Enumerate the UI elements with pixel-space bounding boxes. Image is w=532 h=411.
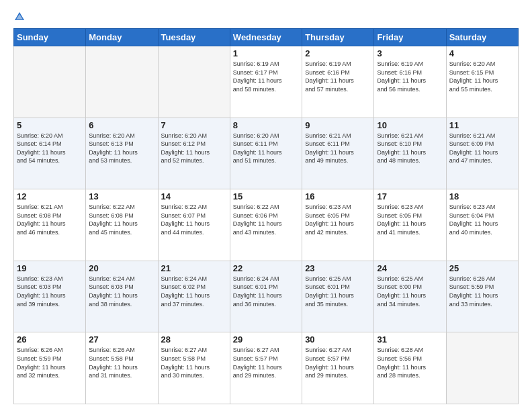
calendar-cell: 13Sunrise: 6:22 AMSunset: 6:08 PMDayligh…: [86, 189, 158, 261]
weekday-header-row: SundayMondayTuesdayWednesdayThursdayFrid…: [14, 29, 519, 46]
calendar-cell: 12Sunrise: 6:21 AMSunset: 6:08 PMDayligh…: [14, 189, 86, 261]
calendar-cell: [158, 46, 230, 118]
day-number: 5: [17, 120, 83, 130]
day-info: Sunrise: 6:22 AMSunset: 6:07 PMDaylight:…: [161, 203, 227, 236]
calendar-cell: 4Sunrise: 6:20 AMSunset: 6:15 PMDaylight…: [446, 46, 518, 118]
day-info: Sunrise: 6:25 AMSunset: 6:01 PMDaylight:…: [305, 275, 371, 308]
calendar-week-row: 1Sunrise: 6:19 AMSunset: 6:17 PMDaylight…: [14, 46, 519, 118]
day-number: 29: [233, 334, 299, 345]
day-info: Sunrise: 6:28 AMSunset: 5:56 PMDaylight:…: [377, 346, 443, 379]
calendar-week-row: 5Sunrise: 6:20 AMSunset: 6:14 PMDaylight…: [14, 118, 519, 189]
day-number: 1: [233, 48, 299, 58]
calendar-cell: 11Sunrise: 6:21 AMSunset: 6:09 PMDayligh…: [446, 118, 518, 189]
weekday-header-thursday: Thursday: [302, 29, 374, 46]
calendar-cell: 6Sunrise: 6:20 AMSunset: 6:13 PMDaylight…: [86, 118, 158, 189]
day-number: 3: [377, 48, 443, 58]
day-number: 14: [161, 191, 227, 201]
day-info: Sunrise: 6:27 AMSunset: 5:57 PMDaylight:…: [305, 346, 371, 379]
day-info: Sunrise: 6:24 AMSunset: 6:03 PMDaylight:…: [89, 275, 154, 308]
calendar-cell: 1Sunrise: 6:19 AMSunset: 6:17 PMDaylight…: [230, 46, 302, 118]
day-info: Sunrise: 6:19 AMSunset: 6:16 PMDaylight:…: [305, 60, 371, 93]
calendar-cell: 3Sunrise: 6:19 AMSunset: 6:16 PMDaylight…: [374, 46, 446, 118]
day-number: 7: [161, 120, 227, 130]
day-number: 8: [233, 120, 299, 130]
logo-icon: [13, 11, 26, 23]
header: [13, 11, 519, 23]
day-info: Sunrise: 6:20 AMSunset: 6:11 PMDaylight:…: [233, 132, 299, 165]
day-number: 4: [449, 48, 515, 58]
weekday-header-wednesday: Wednesday: [230, 29, 302, 46]
calendar-cell: 21Sunrise: 6:24 AMSunset: 6:02 PMDayligh…: [158, 261, 230, 332]
calendar-cell: 16Sunrise: 6:23 AMSunset: 6:05 PMDayligh…: [302, 189, 374, 261]
day-number: 20: [89, 263, 154, 273]
day-info: Sunrise: 6:20 AMSunset: 6:14 PMDaylight:…: [17, 132, 83, 165]
calendar-cell: 31Sunrise: 6:28 AMSunset: 5:56 PMDayligh…: [374, 332, 446, 404]
calendar-cell: 9Sunrise: 6:21 AMSunset: 6:11 PMDaylight…: [302, 118, 374, 189]
day-info: Sunrise: 6:20 AMSunset: 6:13 PMDaylight:…: [89, 132, 154, 165]
day-info: Sunrise: 6:19 AMSunset: 6:16 PMDaylight:…: [377, 60, 443, 93]
weekday-header-monday: Monday: [86, 29, 158, 46]
calendar-week-row: 26Sunrise: 6:26 AMSunset: 5:59 PMDayligh…: [14, 332, 519, 404]
calendar-cell: 22Sunrise: 6:24 AMSunset: 6:01 PMDayligh…: [230, 261, 302, 332]
day-info: Sunrise: 6:23 AMSunset: 6:05 PMDaylight:…: [377, 203, 443, 236]
day-info: Sunrise: 6:23 AMSunset: 6:04 PMDaylight:…: [449, 203, 515, 236]
day-info: Sunrise: 6:21 AMSunset: 6:10 PMDaylight:…: [377, 132, 443, 165]
day-info: Sunrise: 6:21 AMSunset: 6:11 PMDaylight:…: [305, 132, 371, 165]
day-number: 23: [305, 263, 371, 273]
weekday-header-tuesday: Tuesday: [158, 29, 230, 46]
day-info: Sunrise: 6:19 AMSunset: 6:17 PMDaylight:…: [233, 60, 299, 93]
day-number: 12: [17, 191, 83, 201]
calendar-cell: 2Sunrise: 6:19 AMSunset: 6:16 PMDaylight…: [302, 46, 374, 118]
day-info: Sunrise: 6:23 AMSunset: 6:05 PMDaylight:…: [305, 203, 371, 236]
day-number: 25: [449, 263, 515, 273]
calendar-cell: 30Sunrise: 6:27 AMSunset: 5:57 PMDayligh…: [302, 332, 374, 404]
day-info: Sunrise: 6:27 AMSunset: 5:58 PMDaylight:…: [161, 346, 227, 379]
day-info: Sunrise: 6:25 AMSunset: 6:00 PMDaylight:…: [377, 275, 443, 308]
logo: [13, 11, 28, 23]
calendar-week-row: 12Sunrise: 6:21 AMSunset: 6:08 PMDayligh…: [14, 189, 519, 261]
day-number: 21: [161, 263, 227, 273]
day-info: Sunrise: 6:26 AMSunset: 5:59 PMDaylight:…: [17, 346, 83, 379]
day-info: Sunrise: 6:26 AMSunset: 5:58 PMDaylight:…: [89, 346, 154, 379]
day-number: 16: [305, 191, 371, 201]
day-info: Sunrise: 6:24 AMSunset: 6:02 PMDaylight:…: [161, 275, 227, 308]
day-info: Sunrise: 6:26 AMSunset: 5:59 PMDaylight:…: [449, 275, 515, 308]
day-number: 9: [305, 120, 371, 130]
calendar-cell: 14Sunrise: 6:22 AMSunset: 6:07 PMDayligh…: [158, 189, 230, 261]
calendar-cell: 7Sunrise: 6:20 AMSunset: 6:12 PMDaylight…: [158, 118, 230, 189]
weekday-header-friday: Friday: [374, 29, 446, 46]
calendar-cell: 29Sunrise: 6:27 AMSunset: 5:57 PMDayligh…: [230, 332, 302, 404]
calendar-cell: 28Sunrise: 6:27 AMSunset: 5:58 PMDayligh…: [158, 332, 230, 404]
weekday-header-saturday: Saturday: [446, 29, 518, 46]
day-number: 11: [449, 120, 515, 130]
day-number: 31: [377, 334, 443, 345]
calendar-cell: 25Sunrise: 6:26 AMSunset: 5:59 PMDayligh…: [446, 261, 518, 332]
day-number: 30: [305, 334, 371, 345]
day-info: Sunrise: 6:27 AMSunset: 5:57 PMDaylight:…: [233, 346, 299, 379]
day-info: Sunrise: 6:23 AMSunset: 6:03 PMDaylight:…: [17, 275, 83, 308]
calendar-cell: [446, 332, 518, 404]
day-number: 2: [305, 48, 371, 58]
day-number: 26: [17, 334, 83, 345]
day-info: Sunrise: 6:22 AMSunset: 6:08 PMDaylight:…: [89, 203, 154, 236]
day-number: 13: [89, 191, 154, 201]
calendar: SundayMondayTuesdayWednesdayThursdayFrid…: [13, 28, 519, 404]
day-info: Sunrise: 6:21 AMSunset: 6:09 PMDaylight:…: [449, 132, 515, 165]
calendar-cell: 26Sunrise: 6:26 AMSunset: 5:59 PMDayligh…: [14, 332, 86, 404]
day-info: Sunrise: 6:22 AMSunset: 6:06 PMDaylight:…: [233, 203, 299, 236]
calendar-cell: 8Sunrise: 6:20 AMSunset: 6:11 PMDaylight…: [230, 118, 302, 189]
weekday-header-sunday: Sunday: [14, 29, 86, 46]
day-info: Sunrise: 6:21 AMSunset: 6:08 PMDaylight:…: [17, 203, 83, 236]
day-number: 24: [377, 263, 443, 273]
day-number: 15: [233, 191, 299, 201]
calendar-cell: 23Sunrise: 6:25 AMSunset: 6:01 PMDayligh…: [302, 261, 374, 332]
calendar-cell: 19Sunrise: 6:23 AMSunset: 6:03 PMDayligh…: [14, 261, 86, 332]
day-number: 6: [89, 120, 154, 130]
day-number: 10: [377, 120, 443, 130]
day-number: 19: [17, 263, 83, 273]
calendar-cell: 17Sunrise: 6:23 AMSunset: 6:05 PMDayligh…: [374, 189, 446, 261]
day-number: 28: [161, 334, 227, 345]
day-number: 18: [449, 191, 515, 201]
day-info: Sunrise: 6:24 AMSunset: 6:01 PMDaylight:…: [233, 275, 299, 308]
day-info: Sunrise: 6:20 AMSunset: 6:12 PMDaylight:…: [161, 132, 227, 165]
